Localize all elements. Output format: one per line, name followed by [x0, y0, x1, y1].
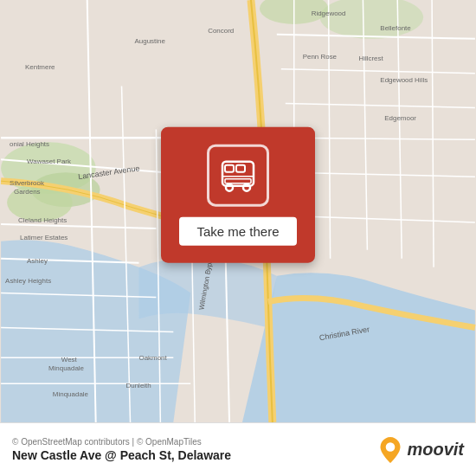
- svg-text:Gardens: Gardens: [14, 188, 41, 196]
- take-me-there-button[interactable]: Take me there: [179, 217, 296, 246]
- svg-rect-56: [225, 165, 234, 172]
- map-area: Lancaster Avenue Wilmington Bypass Chris…: [0, 0, 476, 422]
- svg-text:onial Heights: onial Heights: [10, 140, 49, 148]
- svg-point-60: [243, 184, 250, 191]
- card-overlay: Take me there: [161, 127, 315, 263]
- svg-point-62: [386, 442, 396, 452]
- svg-rect-57: [236, 165, 245, 172]
- svg-text:Bellefonte: Bellefonte: [380, 24, 411, 32]
- svg-text:Penn Rose: Penn Rose: [303, 53, 338, 61]
- app-container: Lancaster Avenue Wilmington Bypass Chris…: [0, 0, 476, 476]
- svg-text:Kentmere: Kentmere: [25, 63, 55, 71]
- svg-text:Minquadale: Minquadale: [53, 390, 89, 398]
- svg-text:Dunleith: Dunleith: [126, 382, 151, 389]
- bottom-left: © OpenStreetMap contributors | © OpenMap…: [12, 437, 231, 462]
- svg-text:West: West: [61, 356, 78, 363]
- moovit-pin-icon: [379, 437, 402, 463]
- bus-transit-icon: [215, 153, 261, 198]
- svg-text:Hillcrest: Hillcrest: [358, 55, 383, 62]
- svg-text:Augustine: Augustine: [134, 37, 165, 45]
- svg-point-59: [226, 184, 233, 191]
- map-attribution: © OpenStreetMap contributors | © OpenMap…: [12, 437, 231, 447]
- svg-text:Oakmont: Oakmont: [138, 354, 167, 362]
- bottom-bar: © OpenStreetMap contributors | © OpenMap…: [0, 422, 476, 476]
- svg-text:Edgewood Hills: Edgewood Hills: [380, 76, 428, 84]
- moovit-logo: moovit: [379, 437, 464, 463]
- svg-text:Ridgewood: Ridgewood: [312, 10, 346, 17]
- bus-icon-container: [207, 145, 269, 207]
- moovit-logo-text: moovit: [407, 440, 464, 460]
- transit-card: Take me there: [161, 127, 315, 263]
- svg-text:Minquadale: Minquadale: [48, 364, 85, 372]
- svg-text:Concord: Concord: [208, 27, 234, 35]
- svg-text:Ashley: Ashley: [27, 257, 48, 265]
- svg-text:Cleland Heights: Cleland Heights: [18, 216, 67, 224]
- svg-text:Ashley Heights: Ashley Heights: [5, 277, 51, 285]
- svg-text:Latimer Estates: Latimer Estates: [20, 234, 68, 241]
- location-name: New Castle Ave @ Peach St, Delaware: [12, 448, 231, 462]
- svg-text:Edgemoor: Edgemoor: [384, 114, 416, 122]
- svg-rect-61: [225, 179, 251, 183]
- svg-text:Silverbrook: Silverbrook: [10, 179, 44, 187]
- svg-text:Wawaset Park: Wawaset Park: [27, 158, 71, 165]
